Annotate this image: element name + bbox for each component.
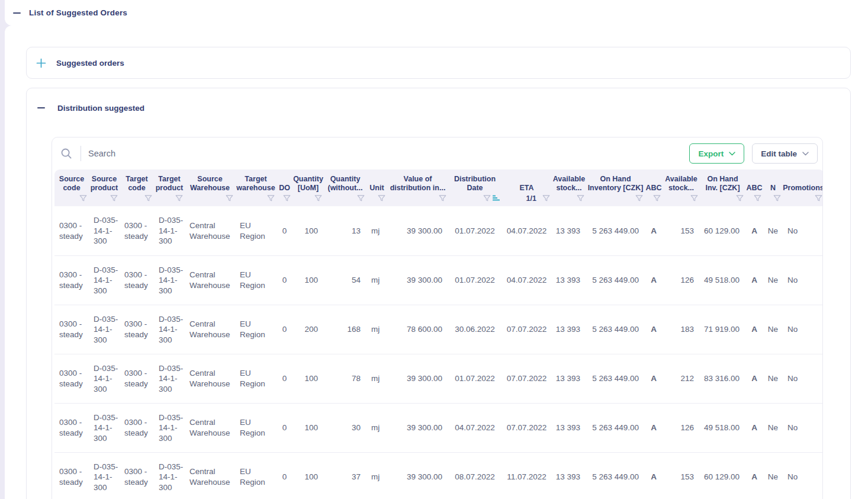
table-cell: 37: [324, 452, 367, 499]
filter-icon[interactable]: [144, 195, 152, 202]
sort-ascending-icon[interactable]: [493, 195, 500, 201]
filter-icon[interactable]: [542, 195, 550, 202]
edit-table-button[interactable]: Edit table: [752, 143, 818, 164]
filter-icon[interactable]: [79, 195, 87, 202]
filter-icon[interactable]: [690, 195, 698, 202]
table-cell: Ne: [763, 206, 783, 255]
table-cell: 168: [324, 305, 367, 354]
table-cell: 100: [292, 452, 324, 499]
table-cell: D-035-14-1-300: [89, 403, 120, 452]
column-header-label: Source Warehouse: [185, 169, 235, 192]
table-cell: 5 263 449.00: [586, 354, 645, 403]
filter-icon[interactable]: [357, 195, 365, 202]
expand-suggested-orders-button[interactable]: [34, 56, 47, 69]
filter-icon[interactable]: [773, 195, 781, 202]
column-header[interactable]: Unit: [367, 169, 387, 206]
filter-icon[interactable]: [577, 195, 584, 202]
column-header[interactable]: Available stock...: [663, 169, 700, 206]
column-header[interactable]: Target code: [120, 169, 154, 206]
table-cell: 5 263 449.00: [586, 255, 645, 305]
table-cell: Central Warehouse: [185, 206, 235, 255]
table-cell: EU Region: [235, 403, 277, 452]
collapse-distribution-button[interactable]: [34, 101, 47, 114]
column-header-label: Distribution Date: [448, 169, 501, 192]
table-cell: 60 129.00: [700, 452, 745, 499]
column-header[interactable]: ABC: [745, 169, 763, 206]
column-header[interactable]: Promotions: [783, 169, 823, 206]
column-header[interactable]: On Hand Inventory [CZK]: [586, 169, 645, 206]
table-cell: 54: [324, 255, 367, 305]
column-header-label: Target warehouse: [235, 169, 277, 192]
table-cell: D-035-14-1-300: [89, 452, 120, 499]
table-cell: 39 300.00: [387, 206, 448, 255]
column-header[interactable]: ETA1/1: [501, 169, 552, 206]
column-header[interactable]: Target product: [154, 169, 185, 206]
table-cell: 39 300.00: [387, 403, 448, 452]
column-header[interactable]: DO: [277, 169, 292, 206]
column-header[interactable]: Source product: [89, 169, 120, 206]
table-cell: 183: [663, 305, 700, 354]
filter-icon[interactable]: [283, 195, 291, 202]
table-cell: Central Warehouse: [185, 255, 235, 305]
table-cell: D-035-14-1-300: [89, 255, 120, 305]
filter-icon[interactable]: [754, 195, 761, 202]
table-cell: 11.07.2022: [501, 452, 552, 499]
column-header[interactable]: Value of distribution in...: [387, 169, 448, 206]
table-cell: D-035-14-1-300: [89, 354, 120, 403]
table-cell: EU Region: [235, 305, 277, 354]
table-row[interactable]: 0300 - steadyD-035-14-1-3000300 - steady…: [54, 354, 823, 403]
table-cell: Central Warehouse: [185, 452, 235, 499]
filter-icon[interactable]: [439, 195, 446, 202]
sort-order-indicator: 1/1: [526, 194, 536, 203]
column-header[interactable]: Target warehouse: [235, 169, 277, 206]
column-header-label: On Hand Inv. [CZK]: [700, 169, 745, 192]
table-cell: 0300 - steady: [120, 452, 154, 499]
table-cell: 08.07.2022: [448, 452, 501, 499]
table-row[interactable]: 0300 - steadyD-035-14-1-3000300 - steady…: [54, 206, 823, 255]
table-row[interactable]: 0300 - steadyD-035-14-1-3000300 - steady…: [54, 403, 823, 452]
table-cell: D-035-14-1-300: [89, 206, 120, 255]
table-cell: No: [783, 206, 823, 255]
filter-icon[interactable]: [653, 195, 661, 202]
column-header-label: ETA: [501, 169, 552, 192]
table-row[interactable]: 0300 - steadyD-035-14-1-3000300 - steady…: [54, 452, 823, 499]
table-cell: EU Region: [235, 255, 277, 305]
table-row[interactable]: 0300 - steadyD-035-14-1-3000300 - steady…: [54, 305, 823, 354]
export-button[interactable]: Export: [689, 143, 744, 164]
table-cell: Central Warehouse: [185, 403, 235, 452]
filter-icon[interactable]: [267, 195, 275, 202]
table-cell: 100: [292, 255, 324, 305]
filter-icon[interactable]: [226, 195, 233, 202]
column-header[interactable]: Source Warehouse: [185, 169, 235, 206]
filter-icon[interactable]: [314, 195, 322, 202]
filter-icon[interactable]: [378, 195, 385, 202]
filter-icon[interactable]: [483, 195, 491, 202]
collapse-list-button[interactable]: [10, 7, 23, 20]
column-header-label: On Hand Inventory [CZK]: [586, 169, 645, 192]
filter-icon[interactable]: [815, 195, 822, 202]
column-header[interactable]: On Hand Inv. [CZK]: [700, 169, 745, 206]
column-header[interactable]: ABC: [645, 169, 663, 206]
filter-icon[interactable]: [110, 195, 118, 202]
minus-icon: [13, 12, 21, 14]
distribution-suggested-card: Distribution suggested Export: [26, 88, 851, 499]
table-cell: 0300 - steady: [54, 255, 89, 305]
table-row[interactable]: 0300 - steadyD-035-14-1-3000300 - steady…: [54, 255, 823, 305]
table-cell: 39 300.00: [387, 255, 448, 305]
column-header[interactable]: Available stock...: [552, 169, 586, 206]
filter-icon[interactable]: [635, 195, 643, 202]
column-header[interactable]: Quantity (without...: [324, 169, 367, 206]
column-header[interactable]: Quantity [UoM]: [292, 169, 324, 206]
table-cell: A: [645, 206, 663, 255]
column-header[interactable]: N: [763, 169, 783, 206]
filter-icon[interactable]: [175, 195, 183, 202]
filter-icon[interactable]: [736, 195, 744, 202]
table-cell: 0300 - steady: [54, 452, 89, 499]
table-cell: 07.07.2022: [501, 354, 552, 403]
search-input[interactable]: [88, 149, 278, 158]
column-header[interactable]: Source code: [54, 169, 89, 206]
table-cell: 0: [277, 255, 292, 305]
table-cell: D-035-14-1-300: [154, 255, 185, 305]
table-cell: mj: [367, 403, 387, 452]
column-header[interactable]: Distribution Date: [448, 169, 501, 206]
